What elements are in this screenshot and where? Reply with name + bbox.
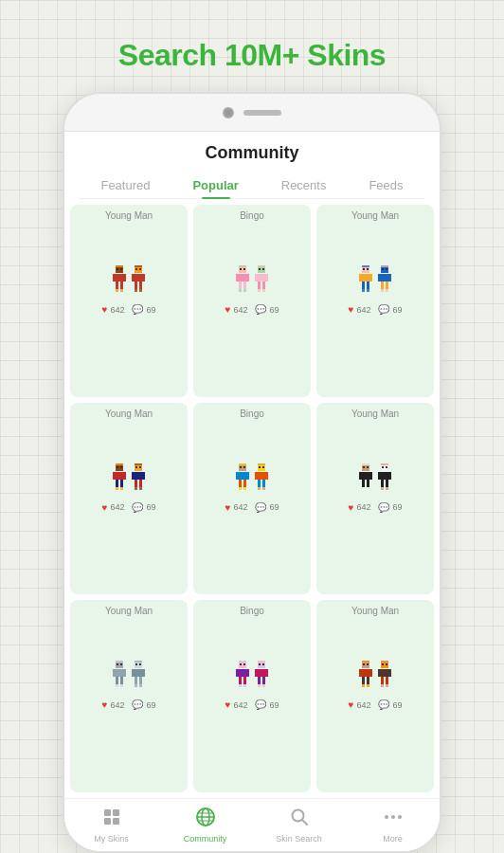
svg-rect-109 bbox=[262, 487, 265, 490]
skin-image bbox=[322, 423, 428, 499]
tab-featured[interactable]: Featured bbox=[93, 172, 157, 198]
phone-screen: Community Featured Popular Recents Feeds… bbox=[64, 132, 440, 851]
svg-rect-156 bbox=[240, 663, 242, 665]
svg-rect-148 bbox=[132, 669, 135, 677]
svg-rect-118 bbox=[367, 480, 369, 487]
svg-rect-123 bbox=[382, 466, 384, 468]
heart-icon: ♥ bbox=[349, 699, 354, 710]
skin-image bbox=[76, 423, 182, 499]
heart-icon: ♥ bbox=[102, 304, 108, 315]
svg-rect-101 bbox=[259, 466, 261, 468]
like-count: ♥ 642 bbox=[225, 502, 248, 513]
svg-rect-51 bbox=[362, 281, 365, 289]
svg-rect-164 bbox=[243, 684, 246, 687]
svg-rect-190 bbox=[386, 663, 387, 665]
svg-rect-153 bbox=[139, 684, 142, 687]
svg-rect-183 bbox=[362, 677, 365, 684]
svg-rect-188 bbox=[381, 661, 388, 662]
nav-community[interactable]: Community bbox=[158, 799, 252, 851]
svg-rect-175 bbox=[262, 684, 265, 687]
svg-rect-140 bbox=[120, 677, 123, 684]
svg-rect-59 bbox=[381, 274, 388, 281]
skin-card[interactable]: Young Man bbox=[70, 205, 188, 397]
svg-rect-21 bbox=[139, 289, 142, 292]
heart-icon: ♥ bbox=[349, 304, 354, 315]
svg-rect-191 bbox=[381, 669, 388, 677]
svg-line-208 bbox=[302, 820, 307, 825]
svg-rect-133 bbox=[116, 661, 123, 662]
svg-rect-151 bbox=[139, 677, 142, 684]
svg-rect-106 bbox=[258, 480, 261, 487]
like-value: 642 bbox=[110, 305, 124, 315]
svg-rect-19 bbox=[139, 281, 142, 289]
svg-point-211 bbox=[398, 815, 402, 819]
like-value: 642 bbox=[233, 305, 247, 315]
svg-rect-195 bbox=[386, 677, 388, 684]
skin-card[interactable]: Bingo bbox=[193, 600, 311, 792]
camera-icon bbox=[223, 107, 234, 118]
nav-more[interactable]: More bbox=[346, 799, 440, 851]
svg-rect-98 bbox=[243, 487, 246, 490]
skin-name: Bingo bbox=[240, 606, 264, 616]
like-count: ♥ 642 bbox=[225, 304, 248, 315]
like-count: ♥ 642 bbox=[349, 502, 371, 513]
tab-recents[interactable]: Recents bbox=[274, 172, 334, 198]
skin-card[interactable]: Young Man bbox=[70, 403, 188, 595]
svg-rect-134 bbox=[117, 663, 118, 665]
skin-name: Bingo bbox=[240, 210, 264, 221]
nav-skin-search[interactable]: Skin Search bbox=[252, 799, 346, 851]
my-skins-icon bbox=[101, 807, 122, 832]
svg-rect-166 bbox=[258, 661, 265, 662]
svg-rect-57 bbox=[382, 268, 384, 270]
comment-icon: 💬 bbox=[255, 699, 266, 710]
svg-rect-96 bbox=[243, 480, 246, 487]
bottom-nav: My Skins Community bbox=[64, 798, 440, 851]
svg-rect-194 bbox=[381, 677, 384, 684]
comment-value: 69 bbox=[146, 700, 155, 710]
skin-card[interactable]: Young Man bbox=[70, 600, 188, 792]
heart-icon: ♥ bbox=[225, 502, 231, 513]
svg-rect-80 bbox=[139, 466, 141, 468]
svg-rect-27 bbox=[236, 274, 239, 281]
svg-rect-145 bbox=[135, 663, 137, 665]
skin-card[interactable]: Bingo bbox=[193, 403, 311, 595]
comment-icon: 💬 bbox=[132, 502, 143, 513]
skin-name: Young Man bbox=[351, 210, 399, 221]
tab-popular[interactable]: Popular bbox=[185, 172, 245, 198]
screen-title: Community bbox=[80, 143, 424, 163]
svg-rect-184 bbox=[367, 677, 369, 684]
comment-count: 💬 69 bbox=[132, 502, 155, 513]
svg-rect-105 bbox=[265, 472, 268, 480]
svg-rect-95 bbox=[239, 480, 242, 487]
skin-card[interactable]: Bingo bbox=[193, 205, 311, 397]
speaker bbox=[243, 110, 281, 116]
like-value: 642 bbox=[356, 502, 370, 512]
svg-rect-42 bbox=[258, 289, 261, 292]
svg-point-209 bbox=[385, 815, 388, 819]
svg-rect-122 bbox=[381, 463, 388, 465]
svg-rect-93 bbox=[236, 472, 239, 480]
svg-rect-61 bbox=[388, 274, 391, 281]
heart-icon: ♥ bbox=[225, 304, 231, 315]
skin-card[interactable]: Young Man bbox=[316, 403, 434, 595]
nav-my-skins[interactable]: My Skins bbox=[64, 799, 158, 851]
comment-count: 💬 69 bbox=[255, 502, 279, 513]
svg-rect-84 bbox=[135, 480, 137, 487]
svg-rect-13 bbox=[135, 268, 137, 270]
svg-rect-193 bbox=[388, 669, 391, 677]
svg-rect-35 bbox=[259, 268, 261, 270]
heart-icon: ♥ bbox=[225, 699, 231, 710]
skin-card[interactable]: Young Man bbox=[316, 205, 434, 397]
svg-rect-146 bbox=[139, 663, 141, 665]
comment-icon: 💬 bbox=[255, 304, 266, 315]
svg-rect-152 bbox=[135, 684, 137, 687]
svg-rect-100 bbox=[258, 463, 265, 465]
svg-rect-158 bbox=[239, 669, 246, 677]
svg-rect-137 bbox=[113, 669, 116, 677]
skin-card[interactable]: Young Man bbox=[316, 600, 434, 792]
svg-rect-160 bbox=[246, 669, 249, 677]
svg-rect-15 bbox=[135, 274, 142, 281]
svg-rect-131 bbox=[386, 487, 388, 490]
svg-rect-5 bbox=[113, 274, 116, 281]
tab-feeds[interactable]: Feeds bbox=[361, 172, 410, 198]
